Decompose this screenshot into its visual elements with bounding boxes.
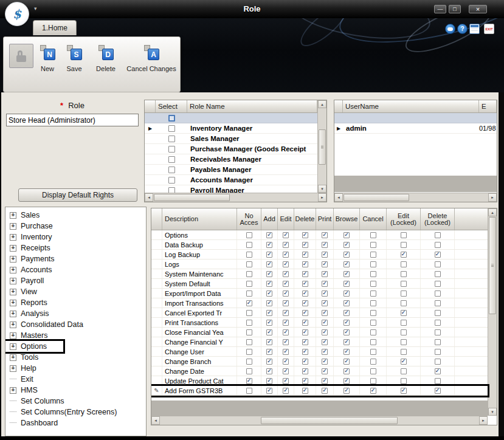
permission-checkbox[interactable]: ✓ (283, 310, 289, 316)
tree-item-hms[interactable]: + HMS (5, 385, 146, 396)
permission-checkbox[interactable] (246, 242, 252, 248)
user-row[interactable]: ▶ admin 01/98 (334, 123, 497, 134)
permission-checkbox[interactable]: ✓ (322, 339, 328, 345)
permission-checkbox[interactable]: ✓ (302, 242, 308, 248)
role-select-checkbox[interactable] (168, 167, 175, 173)
tree-item-exit[interactable]: Exit (5, 374, 146, 385)
tree-item-purchase[interactable]: + Purchase (5, 221, 146, 232)
permission-checkbox[interactable]: ✓ (302, 329, 308, 335)
permission-checkbox[interactable]: ✓ (266, 252, 272, 258)
permission-checkbox[interactable] (435, 300, 441, 306)
permission-checkbox[interactable]: ✓ (343, 378, 350, 384)
close-button[interactable]: × (469, 5, 487, 13)
permission-checkbox[interactable]: ✓ (322, 252, 328, 258)
caret-down-icon[interactable]: ▾ (34, 5, 37, 12)
permission-checkbox[interactable] (435, 271, 441, 277)
delete-column-header[interactable]: Delete (294, 208, 316, 230)
rights-vscroll-thumb[interactable] (489, 217, 496, 314)
expand-icon[interactable]: + (10, 387, 16, 394)
permission-checkbox[interactable]: ✓ (370, 388, 376, 394)
permission-checkbox[interactable]: ✓ (322, 232, 328, 238)
permission-checkbox[interactable]: ✓ (266, 232, 272, 238)
expand-icon[interactable]: + (10, 223, 16, 230)
expand-icon[interactable]: + (10, 289, 16, 295)
permission-checkbox[interactable]: ✓ (283, 261, 289, 267)
permission-checkbox[interactable]: ✓ (322, 329, 328, 335)
permission-checkbox[interactable]: ✓ (246, 300, 252, 306)
lock-button[interactable] (9, 44, 33, 68)
rights-hscroll-thumb[interactable] (261, 417, 398, 424)
expand-icon[interactable]: + (10, 278, 16, 284)
permission-checkbox[interactable]: ✓ (283, 300, 289, 306)
browse-column-header[interactable]: Browse (334, 208, 360, 230)
permission-checkbox[interactable]: ✓ (283, 242, 289, 248)
permission-checkbox[interactable]: ✓ (283, 281, 289, 287)
cancel-changes-button[interactable]: A Cancel Changes (124, 42, 179, 88)
select-column-header[interactable]: Select (156, 100, 187, 112)
permission-checkbox[interactable]: ✓ (343, 281, 350, 287)
users-horizontal-scrollbar[interactable]: ◄ ► (334, 193, 497, 202)
permission-checkbox[interactable]: ✓ (302, 310, 308, 316)
users-hscroll-thumb[interactable] (343, 194, 409, 201)
permission-checkbox[interactable] (246, 388, 252, 394)
permission-checkbox[interactable]: ✓ (322, 378, 328, 384)
expand-icon[interactable]: + (10, 234, 16, 241)
permission-checkbox[interactable] (435, 242, 441, 248)
permission-checkbox[interactable] (435, 261, 441, 267)
tree-item-set-columns-entry-screens[interactable]: Set Columns(Entry Screens) (5, 407, 146, 418)
username-column-header[interactable]: UserName (343, 100, 479, 112)
permission-checkbox[interactable] (435, 359, 441, 365)
edit-column-header[interactable]: Edit (278, 208, 294, 230)
permission-checkbox[interactable]: ✓ (246, 378, 252, 384)
permission-checkbox[interactable]: ✓ (322, 349, 328, 355)
permission-checkbox[interactable] (401, 300, 407, 306)
permission-checkbox[interactable] (246, 349, 252, 355)
permission-checkbox[interactable]: ✓ (266, 242, 272, 248)
permission-checkbox[interactable]: ✓ (266, 271, 272, 277)
permission-checkbox[interactable]: ✓ (322, 300, 328, 306)
scroll-right-icon[interactable]: ► (488, 193, 497, 202)
tree-item-tools[interactable]: + Tools (5, 352, 146, 363)
permission-checkbox[interactable] (370, 290, 376, 297)
tree-item-options[interactable]: + Options (5, 341, 63, 352)
rights-row-cancel-exported-tr[interactable]: Cancel Exported Tr ✓✓✓✓✓✓ (151, 308, 488, 318)
permission-checkbox[interactable] (401, 281, 407, 287)
permission-checkbox[interactable]: ✓ (343, 339, 350, 345)
permission-checkbox[interactable]: ✓ (401, 359, 407, 365)
permission-checkbox[interactable] (246, 310, 252, 316)
tree-item-reports[interactable]: + Reports (5, 297, 146, 308)
permission-checkbox[interactable] (401, 378, 407, 384)
permission-checkbox[interactable] (370, 300, 376, 306)
permission-checkbox[interactable]: ✓ (302, 359, 308, 365)
permission-checkbox[interactable]: ✓ (435, 368, 441, 374)
tree-item-analysis[interactable]: + Analysis (5, 308, 146, 319)
permission-checkbox[interactable]: ✓ (283, 368, 289, 374)
permission-checkbox[interactable] (370, 271, 376, 277)
permission-checkbox[interactable] (246, 232, 252, 238)
permission-checkbox[interactable]: ✓ (266, 281, 272, 287)
permission-checkbox[interactable] (370, 339, 376, 345)
expand-icon[interactable]: + (10, 267, 16, 273)
permission-checkbox[interactable] (370, 320, 376, 326)
permission-checkbox[interactable]: ✓ (283, 359, 289, 365)
permission-checkbox[interactable]: ✓ (283, 232, 289, 238)
description-column-header[interactable]: Description (162, 208, 237, 230)
permission-checkbox[interactable] (370, 359, 376, 365)
permission-checkbox[interactable] (246, 252, 252, 258)
print-column-header[interactable]: Print (316, 208, 334, 230)
rights-vertical-scrollbar[interactable]: ▲ ▼ (488, 208, 497, 416)
rights-row-logs[interactable]: Logs ✓✓✓✓✓ (151, 260, 488, 269)
scroll-left-icon[interactable]: ◄ (151, 416, 160, 425)
tree-item-help[interactable]: + Help (5, 363, 146, 374)
rights-row-update-product-cat[interactable]: Update Product Cat ✓✓✓✓✓✓ (151, 376, 488, 386)
role-name-column-header[interactable]: Role Name (187, 100, 317, 112)
rights-row-system-default[interactable]: System Default ✓✓✓✓✓ (151, 279, 488, 289)
permission-checkbox[interactable]: ✓ (401, 388, 407, 394)
permission-checkbox[interactable]: ✓ (283, 349, 289, 355)
no-access-column-header[interactable]: No Acces (237, 208, 261, 230)
tree-item-dashboard[interactable]: Dashboard (5, 418, 146, 428)
rights-row-change-date[interactable]: Change Date ✓✓✓✓✓✓ (151, 366, 488, 376)
permission-checkbox[interactable]: ✓ (322, 261, 328, 267)
permission-checkbox[interactable]: ✓ (435, 252, 441, 258)
roles-vertical-scrollbar[interactable]: ▲ ▼ (317, 100, 326, 193)
